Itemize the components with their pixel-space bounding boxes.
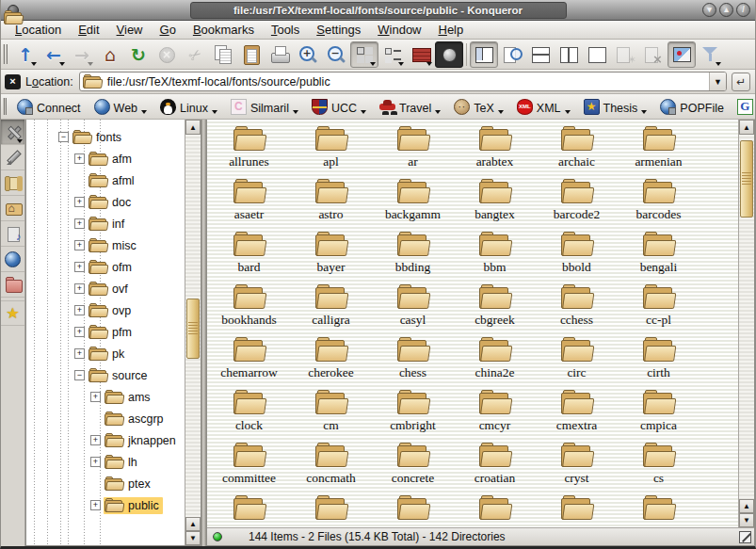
- view-scrollbar[interactable]: ▲ ▲ ▼: [738, 120, 754, 527]
- tree-item-ams[interactable]: +ams: [26, 386, 185, 408]
- bookmark-thesis[interactable]: Thesis: [577, 97, 654, 117]
- folder-item-partial[interactable]: [454, 493, 536, 527]
- minimize-button[interactable]: ▾: [702, 3, 716, 17]
- split-vertical-button[interactable]: [555, 41, 583, 68]
- tree-item-ptex[interactable]: ptex: [26, 473, 185, 494]
- zoom-in-button[interactable]: [294, 41, 322, 68]
- folder-item-cryst[interactable]: cryst: [536, 441, 618, 493]
- tree-expander-icon[interactable]: −: [74, 370, 85, 380]
- reload-button[interactable]: [124, 41, 153, 68]
- folder-item-partial[interactable]: [618, 493, 700, 527]
- tree-expander-icon[interactable]: +: [74, 327, 85, 337]
- menu-settings[interactable]: Settings: [308, 22, 369, 38]
- tree-item-source[interactable]: −source: [26, 364, 185, 386]
- location-input[interactable]: file:/usr/TeX/texmf-local/fonts/source/p…: [79, 72, 727, 91]
- menu-go[interactable]: Go: [152, 22, 185, 38]
- maximize-button[interactable]: ▴: [719, 3, 733, 17]
- folder-item-calligra[interactable]: calligra: [290, 283, 372, 335]
- folder-item-barcodes[interactable]: barcodes: [618, 177, 700, 230]
- menu-help[interactable]: Help: [430, 22, 473, 38]
- sidebar-bookmarks-button[interactable]: [1, 300, 24, 326]
- sidebar-pen-button[interactable]: [1, 145, 24, 170]
- folder-item-cmpica[interactable]: cmpica: [618, 388, 700, 441]
- folder-item-partial[interactable]: [372, 493, 454, 527]
- folder-item-clock[interactable]: clock: [208, 388, 290, 441]
- filter-button[interactable]: [696, 41, 724, 68]
- bookmark-linux[interactable]: Linux: [153, 97, 224, 117]
- tree-expander-icon[interactable]: +: [74, 218, 85, 229]
- tree-expander-icon[interactable]: +: [74, 283, 85, 294]
- folder-item-arabtex[interactable]: arabtex: [454, 124, 536, 177]
- tree-item-inf[interactable]: +inf: [26, 213, 185, 234]
- toolbar-grip[interactable]: [3, 44, 8, 65]
- tree-expander-icon[interactable]: +: [90, 457, 101, 467]
- icon-view-button[interactable]: [350, 41, 378, 68]
- tree-item-ascgrp[interactable]: ascgrp: [26, 408, 185, 429]
- print-button[interactable]: [265, 41, 294, 68]
- bookmark-xml[interactable]: XML: [510, 97, 577, 117]
- tree-item-afml[interactable]: afml: [26, 170, 185, 191]
- tree-expander-icon[interactable]: +: [74, 153, 85, 164]
- folder-item-circ[interactable]: circ: [536, 335, 618, 388]
- folder-item-partial[interactable]: [290, 493, 372, 527]
- tree-scrollbar[interactable]: ▲ ▲ ▼: [185, 120, 201, 545]
- single-view-button[interactable]: [583, 41, 611, 68]
- menu-edit[interactable]: Edit: [70, 22, 107, 38]
- tree-item-misc[interactable]: +misc: [26, 234, 185, 256]
- folder-item-cbgreek[interactable]: cbgreek: [454, 283, 536, 335]
- tree-expander-icon[interactable]: −: [58, 132, 69, 142]
- status-edit-icon[interactable]: [739, 531, 751, 543]
- sidebar-network-button[interactable]: [1, 247, 24, 272]
- tree-expander-icon[interactable]: +: [74, 348, 85, 359]
- folder-item-cs[interactable]: cs: [618, 441, 700, 493]
- find-button[interactable]: [498, 41, 526, 68]
- folder-item-bangtex[interactable]: bangtex: [454, 177, 536, 230]
- folder-item-bard[interactable]: bard: [208, 230, 290, 283]
- tree-item-ovf[interactable]: +ovf: [26, 278, 185, 299]
- zoom-out-button[interactable]: [322, 41, 350, 68]
- tree-expander-icon[interactable]: +: [74, 240, 85, 250]
- close-tab-button[interactable]: [639, 41, 668, 68]
- folder-item-cchess[interactable]: cchess: [536, 283, 618, 335]
- tree-item-public[interactable]: +public: [26, 494, 185, 516]
- tree-expander-icon[interactable]: +: [90, 500, 101, 510]
- folder-item-bengali[interactable]: bengali: [618, 230, 700, 283]
- new-tab-button[interactable]: [611, 41, 639, 68]
- bookmarks-grip[interactable]: [3, 98, 7, 115]
- tree-item-lh[interactable]: +lh: [26, 451, 185, 473]
- multicolumn-view-button[interactable]: [407, 41, 435, 68]
- folder-item-bayer[interactable]: bayer: [290, 230, 372, 283]
- tree-item-fonts[interactable]: −fonts: [26, 126, 185, 148]
- folder-item-concrete[interactable]: concrete: [372, 441, 454, 493]
- sidebar-home-folder-button[interactable]: [1, 196, 24, 221]
- menu-tools[interactable]: Tools: [263, 22, 308, 38]
- detail-view-button[interactable]: [378, 41, 407, 68]
- tree-item-ofm[interactable]: +ofm: [26, 256, 185, 278]
- menu-window[interactable]: Window: [369, 22, 429, 38]
- bookmark-google[interactable]: Google: [731, 97, 756, 117]
- folder-item-casyl[interactable]: casyl: [372, 283, 454, 335]
- bookmark-ucc[interactable]: UCC: [305, 97, 373, 117]
- folder-item-partial[interactable]: [208, 493, 290, 527]
- copy-button[interactable]: [209, 41, 237, 68]
- tree-expander-icon[interactable]: +: [74, 305, 85, 315]
- location-dropdown-icon[interactable]: ▼: [709, 73, 726, 90]
- folder-item-bookhands[interactable]: bookhands: [208, 283, 290, 335]
- titlebar[interactable]: file:/usr/TeX/texmf-local/fonts/source/p…: [1, 0, 755, 21]
- sidebar-root-folder-button[interactable]: [1, 272, 24, 298]
- folder-item-bbding[interactable]: bbding: [372, 230, 454, 283]
- folder-item-cm[interactable]: cm: [290, 388, 372, 441]
- folder-item-allrunes[interactable]: allrunes: [208, 124, 290, 177]
- gear-button[interactable]: [435, 41, 463, 68]
- sidebar-configure-button[interactable]: [1, 120, 24, 145]
- view-scroll-up-icon[interactable]: ▲: [739, 120, 754, 135]
- tree-expander-icon[interactable]: +: [90, 392, 101, 402]
- tree-item-doc[interactable]: +doc: [26, 191, 185, 213]
- tree-scroll-down-icon[interactable]: ▼: [185, 531, 201, 545]
- tree-item-pk[interactable]: +pk: [26, 343, 185, 364]
- split-horizontal-button[interactable]: [526, 41, 555, 68]
- sidebar-toggle-button[interactable]: [470, 41, 498, 68]
- forward-button[interactable]: [68, 41, 96, 68]
- view-scrollbar-thumb[interactable]: [740, 140, 753, 218]
- tree-expander-icon[interactable]: +: [74, 197, 85, 207]
